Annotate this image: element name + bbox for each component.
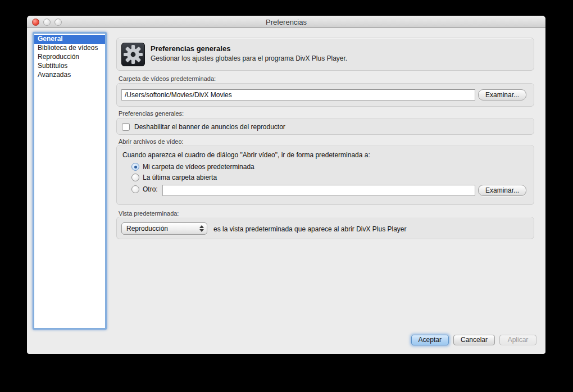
dropdown-stepper-icon <box>198 224 204 233</box>
browse-folder-button[interactable]: Examinar... <box>478 89 526 101</box>
radio-last-folder-label: La última carpeta abierta <box>143 174 217 181</box>
preferences-category-list[interactable]: General Biblioteca de vídeos Reproducció… <box>33 32 107 330</box>
sidebar-item-subtitulos[interactable]: Subtítulos <box>34 62 105 71</box>
radio-other[interactable] <box>131 185 139 193</box>
default-folder-panel: Examinar... <box>116 83 534 107</box>
open-video-label: Abrir archivos de vídeo: <box>119 138 184 145</box>
default-view-value: Reproducción <box>126 225 168 233</box>
default-folder-input[interactable] <box>121 89 475 101</box>
open-video-intro: Cuando aparezca el cuadro de diálogo "Ab… <box>122 151 370 159</box>
radio-default-folder[interactable] <box>131 163 139 171</box>
other-folder-input[interactable] <box>162 185 475 196</box>
default-view-suffix: es la vista predeterminada que aparece a… <box>213 225 407 233</box>
default-view-panel: Reproducción es la vista predeterminada … <box>116 217 534 239</box>
radio-other-label: Otro: <box>143 185 158 193</box>
default-view-label: Vista predeterminada: <box>119 210 179 217</box>
header-title: Preferencias generales <box>151 44 230 53</box>
default-folder-label: Carpeta de vídeos predeterminada: <box>119 75 216 82</box>
disable-ad-banner-label: Deshabilitar el banner de anuncios del r… <box>134 123 285 131</box>
dialog-buttons: Aceptar Cancelar Aplicar <box>411 335 536 345</box>
general-prefs-label: Preferencias generales: <box>119 110 184 117</box>
sidebar-item-avanzadas[interactable]: Avanzadas <box>34 71 105 80</box>
default-view-dropdown[interactable]: Reproducción <box>121 222 207 235</box>
open-video-panel: Cuando aparezca el cuadro de diálogo "Ab… <box>116 145 534 205</box>
apply-button: Aplicar <box>499 335 536 345</box>
title-bar[interactable]: Preferencias <box>27 16 545 28</box>
desktop-background: Preferencias General Biblioteca de vídeo… <box>0 0 573 392</box>
radio-last-folder[interactable] <box>131 174 139 181</box>
gear-icon <box>121 43 145 66</box>
sidebar-item-reproduccion[interactable]: Reproducción <box>34 53 105 62</box>
header-subtitle: Gestionar los ajustes globales para el p… <box>151 54 347 62</box>
sidebar-item-general[interactable]: General <box>34 35 105 44</box>
window-title: Preferencias <box>27 18 545 26</box>
preferences-window: Preferencias General Biblioteca de vídeo… <box>27 16 545 354</box>
general-prefs-panel: Deshabilitar el banner de anuncios del r… <box>116 118 534 135</box>
browse-other-button[interactable]: Examinar... <box>478 185 526 196</box>
header-panel: Preferencias generales Gestionar los aju… <box>116 38 534 71</box>
cancel-button[interactable]: Cancelar <box>453 335 495 345</box>
disable-ad-banner-checkbox[interactable] <box>122 123 130 131</box>
accept-button[interactable]: Aceptar <box>411 335 449 345</box>
sidebar-item-biblioteca[interactable]: Biblioteca de vídeos <box>34 44 105 53</box>
radio-default-folder-label: Mi carpeta de vídeos predeterminada <box>143 163 254 171</box>
